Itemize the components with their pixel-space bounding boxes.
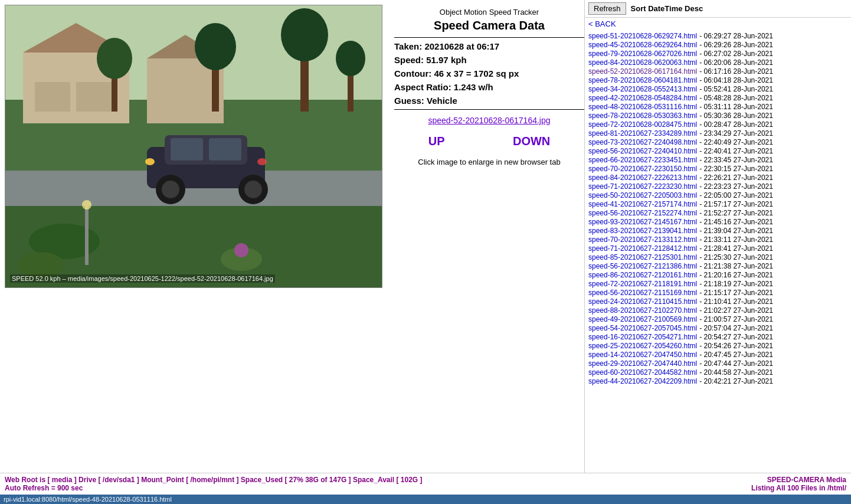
file-link[interactable]: speed-79-20210628-0627026.html	[588, 50, 697, 58]
file-date: - 20:44:58 27-Jun-2021	[699, 368, 773, 377]
file-date: - 21:18:19 27-Jun-2021	[699, 280, 773, 288]
list-item: speed-70-20210627-2133112.html- 21:33:11…	[588, 235, 847, 244]
guess-field: Guess: Vehicle	[394, 96, 584, 106]
svg-point-25	[244, 181, 262, 198]
svg-rect-7	[76, 82, 112, 112]
file-link[interactable]: speed-14-20210627-2047450.html	[588, 351, 697, 359]
list-item: speed-56-20210627-2240410.html- 22:40:41…	[588, 147, 847, 155]
file-link[interactable]: speed-84-20210627-2226213.html	[588, 174, 697, 182]
list-item: speed-25-20210627-2054260.html- 20:54:26…	[588, 342, 847, 350]
taken-field: Taken: 20210628 at 06:17	[394, 41, 584, 51]
file-link[interactable]: speed-71-20210627-2128412.html	[588, 244, 697, 253]
file-date: - 06:29:26 28-Jun-2021	[699, 41, 773, 49]
file-link[interactable]: speed-56-20210627-2115169.html	[588, 289, 697, 297]
file-date: - 21:15:17 27-Jun-2021	[699, 289, 773, 297]
file-link[interactable]: speed-78-20210628-0530363.html	[588, 112, 697, 120]
file-link[interactable]: speed-41-20210627-2157174.html	[588, 200, 697, 208]
file-link[interactable]: speed-25-20210627-2054260.html	[588, 342, 697, 350]
file-date: - 06:04:18 28-Jun-2021	[699, 76, 773, 84]
file-link[interactable]: speed-70-20210627-2230150.html	[588, 165, 697, 173]
list-item: speed-34-20210628-0552413.html- 05:52:41…	[588, 85, 847, 93]
file-link[interactable]: speed-72-20210628-0028475.html	[588, 120, 697, 129]
file-link[interactable]: speed-93-20210627-2145167.html	[588, 218, 697, 226]
file-link[interactable]: speed-84-20210628-0620063.html	[588, 58, 697, 67]
info-panel: Object Motion Speed Tracker Speed Camera…	[394, 5, 584, 288]
list-item: speed-84-20210627-2226213.html- 22:26:21…	[588, 174, 847, 182]
file-link[interactable]: speed-56-20210627-2121386.html	[588, 262, 697, 270]
file-link[interactable]: speed-73-20210627-2240498.html	[588, 138, 697, 146]
file-link[interactable]: speed-52-20210628-0617164.html	[588, 67, 697, 76]
file-date: - 20:54:26 27-Jun-2021	[699, 342, 773, 350]
file-link[interactable]: speed-71-20210627-2223230.html	[588, 182, 697, 191]
speed-camera-image[interactable]	[5, 5, 382, 288]
file-link[interactable]: speed-50-20210627-2205003.html	[588, 191, 697, 199]
svg-point-34	[82, 200, 91, 210]
file-link[interactable]: speed-85-20210627-2125301.html	[588, 253, 697, 261]
file-link[interactable]: speed-24-20210627-2110415.html	[588, 297, 697, 306]
list-item: speed-48-20210628-0531116.html- 05:31:11…	[588, 103, 847, 111]
list-item: speed-49-20210627-2100569.html- 21:00:57…	[588, 315, 847, 323]
list-item: speed-93-20210627-2145167.html- 21:45:16…	[588, 218, 847, 226]
footer-left: Web Root is [ media ] Drive [ /dev/sda1 …	[5, 476, 423, 492]
file-date: - 20:47:45 27-Jun-2021	[699, 351, 773, 359]
file-date: - 22:23:23 27-Jun-2021	[699, 182, 773, 191]
file-link[interactable]: speed-81-20210627-2334289.html	[588, 129, 697, 138]
list-item: speed-14-20210627-2047450.html- 20:47:45…	[588, 351, 847, 359]
list-item: speed-83-20210627-2139041.html- 21:39:04…	[588, 227, 847, 235]
back-link[interactable]: < BACK	[585, 18, 851, 30]
file-link[interactable]: speed-45-20210628-0629264.html	[588, 41, 697, 49]
file-link[interactable]: speed-44-20210627-2042209.html	[588, 377, 697, 385]
list-item: speed-71-20210627-2223230.html- 22:23:23…	[588, 182, 847, 191]
list-item: speed-78-20210628-0604181.html- 06:04:18…	[588, 76, 847, 84]
file-link[interactable]: speed-54-20210627-2057045.html	[588, 324, 697, 332]
file-link[interactable]: speed-60-20210627-2044582.html	[588, 368, 697, 377]
image-caption: SPEED 52.0 kph – media/images/speed-2021…	[10, 274, 275, 283]
file-date: - 20:42:21 27-Jun-2021	[699, 377, 773, 385]
file-date: - 21:28:41 27-Jun-2021	[699, 244, 773, 253]
file-link[interactable]: speed-29-20210627-2047440.html	[588, 359, 697, 368]
image-link[interactable]: speed-52-20210628-0617164.jpg	[428, 116, 550, 125]
file-link[interactable]: speed-56-20210627-2152274.html	[588, 209, 697, 217]
file-link[interactable]: speed-70-20210627-2133112.html	[588, 235, 697, 244]
file-link[interactable]: speed-16-20210627-2054271.html	[588, 333, 697, 341]
file-link[interactable]: speed-42-20210628-0548284.html	[588, 94, 697, 102]
file-link[interactable]: speed-86-20210627-2120161.html	[588, 271, 697, 279]
svg-point-13	[281, 8, 328, 61]
svg-rect-21	[209, 138, 241, 161]
image-container[interactable]: SPEED 52.0 kph – media/images/speed-2021…	[5, 5, 382, 288]
svg-point-15	[336, 41, 365, 76]
refresh-button[interactable]: Refresh	[588, 2, 626, 15]
svg-point-23	[162, 181, 179, 198]
app-title: Object Motion Speed Tracker	[394, 8, 584, 17]
file-link[interactable]: speed-88-20210627-2102270.html	[588, 306, 697, 315]
file-link[interactable]: speed-83-20210627-2139041.html	[588, 227, 697, 235]
list-item: speed-16-20210627-2054271.html- 20:54:27…	[588, 333, 847, 341]
list-item: speed-72-20210628-0028475.html- 00:28:47…	[588, 120, 847, 129]
file-link[interactable]: speed-51-20210628-0629274.html	[588, 32, 697, 40]
svg-rect-6	[35, 82, 70, 112]
footer-right-line2: Listing All 100 Files in /html/	[751, 484, 846, 492]
nav-up-button[interactable]: UP	[417, 132, 457, 150]
aspect-ratio-field: Aspect Ratio: 1.243 w/h	[394, 82, 584, 92]
file-link[interactable]: speed-48-20210628-0531116.html	[588, 103, 697, 111]
file-date: - 21:52:27 27-Jun-2021	[699, 209, 773, 217]
file-date: - 05:31:11 28-Jun-2021	[699, 103, 773, 111]
list-item: speed-73-20210627-2240498.html- 22:40:49…	[588, 138, 847, 146]
file-date: - 06:27:02 28-Jun-2021	[699, 50, 773, 58]
nav-down-button[interactable]: DOWN	[501, 132, 562, 150]
file-date: - 21:39:04 27-Jun-2021	[699, 227, 773, 235]
list-item: speed-86-20210627-2120161.html- 21:20:16…	[588, 271, 847, 279]
file-date: - 21:00:57 27-Jun-2021	[699, 315, 773, 323]
list-item: speed-79-20210628-0627026.html- 06:27:02…	[588, 50, 847, 58]
file-link[interactable]: speed-49-20210627-2100569.html	[588, 315, 697, 323]
file-link[interactable]: speed-34-20210628-0552413.html	[588, 85, 697, 93]
file-link[interactable]: speed-66-20210627-2233451.html	[588, 156, 697, 164]
footer-left-line1: Web Root is [ media ] Drive [ /dev/sda1 …	[5, 476, 423, 484]
file-link[interactable]: speed-56-20210627-2240410.html	[588, 147, 697, 155]
file-date: - 06:29:27 28-Jun-2021	[699, 32, 773, 40]
file-date: - 21:20:16 27-Jun-2021	[699, 271, 773, 279]
file-date: - 22:30:15 27-Jun-2021	[699, 165, 773, 173]
list-item: speed-44-20210627-2042209.html- 20:42:21…	[588, 377, 847, 385]
file-link[interactable]: speed-72-20210627-2118191.html	[588, 280, 697, 288]
file-link[interactable]: speed-78-20210628-0604181.html	[588, 76, 697, 84]
